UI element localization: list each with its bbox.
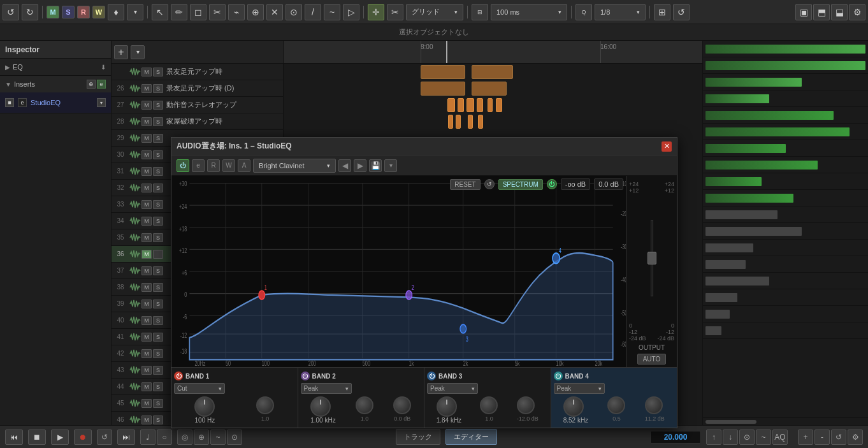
track-solo-btn[interactable]: S <box>153 415 163 424</box>
zoom-tool-button[interactable]: ⊕ <box>247 4 264 20</box>
track-row[interactable]: 28 M S 家屋破壊アップ時 <box>112 113 283 130</box>
band4-freq-knob[interactable] <box>563 396 584 417</box>
audio-clip[interactable] <box>467 98 474 112</box>
track-solo-btn[interactable]: S <box>153 366 163 375</box>
reset-button[interactable]: RESET <box>450 179 480 190</box>
m-button[interactable]: M <box>47 6 59 18</box>
band1-freq-knob[interactable] <box>194 396 215 417</box>
cycle-button[interactable]: ↺ <box>97 430 112 445</box>
track-solo-btn[interactable]: S <box>153 399 163 408</box>
layout-split-h-button[interactable]: ⬒ <box>813 4 830 20</box>
track-solo-btn[interactable]: S <box>153 233 163 242</box>
band1-gain-knob[interactable] <box>256 396 274 414</box>
track-solo-btn[interactable]: S <box>153 300 163 308</box>
metronome-button[interactable]: ♩ <box>140 430 156 445</box>
trim-tool-button[interactable]: / <box>305 4 321 20</box>
track-mute-btn[interactable]: M <box>141 217 152 226</box>
band3-gain-knob[interactable] <box>480 396 498 414</box>
eq-band3-node[interactable] <box>460 324 467 333</box>
track-solo-btn[interactable]: S <box>153 84 163 93</box>
preset-next-button[interactable]: ▶ <box>354 159 366 172</box>
layout-split-v-button[interactable]: ⬓ <box>831 4 848 20</box>
aq-button[interactable]: AQ <box>772 430 788 445</box>
track-mute-btn[interactable]: M <box>141 382 152 391</box>
spectrum-button[interactable]: SPECTRUM <box>498 179 543 190</box>
refresh-button[interactable]: ↺ <box>831 430 846 445</box>
track-solo-btn[interactable]: S <box>153 101 163 110</box>
knob-btn[interactable]: ⊙ <box>227 430 242 445</box>
track-mute-btn[interactable]: M <box>141 415 152 424</box>
scissors-button[interactable]: ✂ <box>387 4 403 20</box>
track-mute-btn[interactable]: M <box>141 84 152 93</box>
redo-button[interactable]: ↻ <box>22 4 38 20</box>
audio-clip[interactable] <box>421 65 465 79</box>
eq-graph[interactable]: RESET ↺ SPECTRUM ⏻ -oo dB 0.0 dB .grid-l… <box>171 176 626 367</box>
w-button[interactable]: W <box>92 6 105 18</box>
track-mute-btn[interactable]: M <box>141 233 152 242</box>
inserts-enable-btn[interactable]: e <box>97 80 106 89</box>
eq-toggle-button[interactable]: e <box>192 159 205 172</box>
track-row[interactable]: 27 M S 動作音ステレオアップ <box>112 97 283 113</box>
eq-band2-node[interactable] <box>406 291 412 300</box>
r-button[interactable]: R <box>77 6 90 18</box>
draw-tool-button[interactable]: ✏ <box>171 4 187 20</box>
band1-power-btn[interactable]: ⏻ <box>174 372 183 380</box>
track-solo-btn[interactable]: S <box>153 316 163 325</box>
audio-clip[interactable] <box>448 115 453 129</box>
inspector-title[interactable]: Inspector <box>5 45 40 54</box>
inspector-eq-row[interactable]: ▶ EQ ⬇ <box>0 59 111 75</box>
mute-tool-button[interactable]: ✕ <box>266 4 283 20</box>
click-button[interactable]: ○ <box>157 430 172 445</box>
audio-clip[interactable] <box>496 98 502 112</box>
audio-clip[interactable] <box>472 82 507 96</box>
inserts-add-btn[interactable]: ⊕ <box>87 80 96 89</box>
track-solo-btn[interactable]: S <box>153 266 163 275</box>
record-button[interactable]: ⏺ <box>74 430 92 445</box>
track-mute-btn[interactable]: M <box>141 399 152 408</box>
bottom-wave-icon[interactable]: ~ <box>756 430 771 445</box>
plugin-dropdown-btn[interactable]: ▾ <box>97 98 106 107</box>
eq-rw-button[interactable]: R <box>207 159 220 172</box>
band3-q-knob[interactable] <box>517 396 535 414</box>
track-solo-btn[interactable]: S <box>153 283 163 292</box>
track-mute-btn[interactable]: M <box>141 283 152 292</box>
split-tool-button[interactable]: ✂ <box>209 4 226 20</box>
track-solo-btn[interactable]: S <box>153 150 163 159</box>
track-solo-btn[interactable]: S <box>153 349 163 358</box>
play-button[interactable]: ▶ <box>51 430 69 445</box>
track-solo-btn[interactable]: S <box>153 184 163 192</box>
band2-freq-knob[interactable] <box>310 396 331 417</box>
track-mute-btn[interactable]: M <box>141 150 152 159</box>
undo-button[interactable]: ↺ <box>3 4 19 20</box>
plugin-power-btn[interactable]: ■ <box>5 98 14 107</box>
bottom-tool-2[interactable]: ↓ <box>723 430 738 445</box>
select-tool-button[interactable]: ↖ <box>152 4 168 20</box>
zoom-in-button[interactable]: + <box>798 430 813 445</box>
preset-prev-button[interactable]: ◀ <box>338 159 351 172</box>
audio-clip[interactable] <box>477 98 483 112</box>
quantize-apply-button[interactable]: ⊞ <box>654 4 670 20</box>
eq-more-dropdown[interactable]: ▾ <box>384 159 397 172</box>
track-solo-btn[interactable] <box>153 250 163 259</box>
audio-clip[interactable] <box>456 115 461 129</box>
erase-tool-button[interactable]: ◻ <box>190 4 206 20</box>
track-solo-btn[interactable]: S <box>153 217 163 226</box>
loop-tool-button[interactable]: ⊙ <box>286 4 302 20</box>
spectrum-toggle-btn[interactable]: ⏻ <box>547 179 557 189</box>
reset-cycle-btn[interactable]: ↺ <box>484 179 495 189</box>
band3-type-dropdown[interactable]: Peak ▾ <box>427 383 478 394</box>
track-mute-btn[interactable]: M <box>141 266 152 275</box>
band2-gain-knob[interactable] <box>356 396 373 414</box>
track-mute-btn[interactable]: M <box>141 349 152 358</box>
band4-gain-knob[interactable] <box>607 396 625 414</box>
audio-clip[interactable] <box>421 82 465 96</box>
track-mute-btn[interactable]: M <box>141 300 152 308</box>
rewind-button[interactable]: ⏮ <box>5 430 23 445</box>
preset-save-button[interactable]: 💾 <box>369 159 382 172</box>
audio-clip[interactable] <box>468 115 473 129</box>
crosshair-button[interactable]: ✛ <box>368 4 384 20</box>
band2-type-dropdown[interactable]: Peak ▾ <box>301 383 352 394</box>
editor-tab[interactable]: エディター <box>445 429 497 445</box>
eq-auto-mode[interactable]: A <box>238 159 250 172</box>
sample-btn[interactable]: ⊕ <box>194 430 209 445</box>
